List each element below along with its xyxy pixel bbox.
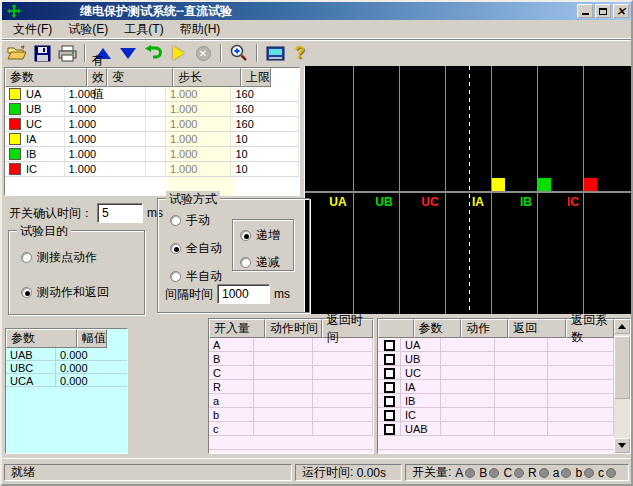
table-row[interactable]: UA 1.000 1.000 160: [5, 87, 299, 102]
table-row[interactable]: IB 1.000 1.000 10: [5, 147, 299, 162]
test-mode-radio[interactable]: 全自动: [170, 240, 230, 257]
phase-color-swatch: [9, 118, 21, 130]
table-row[interactable]: UA: [378, 338, 614, 352]
direction-radio[interactable]: 递减: [240, 254, 293, 271]
limit-cell[interactable]: 160: [231, 87, 299, 101]
menu-item[interactable]: 试验(E): [61, 19, 115, 40]
table-row[interactable]: UBC 0.000: [6, 361, 127, 374]
value-cell[interactable]: 1.000: [65, 132, 146, 146]
table-row[interactable]: UAB: [378, 422, 614, 436]
menu-item[interactable]: 工具(T): [117, 19, 170, 40]
table-row[interactable]: R: [209, 380, 373, 394]
value-cell[interactable]: 1.000: [65, 147, 146, 161]
menu-item[interactable]: 文件(F): [6, 19, 59, 40]
row-checkbox[interactable]: [384, 354, 395, 365]
scroll-down-button[interactable]: [614, 438, 630, 453]
table-row[interactable]: IA: [378, 380, 614, 394]
value-cell[interactable]: 1.000: [65, 162, 146, 176]
table-row[interactable]: B: [209, 352, 373, 366]
vertical-scrollbar[interactable]: [614, 319, 630, 453]
column-header[interactable]: 参数: [5, 68, 87, 87]
limit-cell[interactable]: 160: [231, 102, 299, 116]
variable-cell[interactable]: [146, 117, 166, 131]
value-cell[interactable]: 1.000: [65, 102, 146, 116]
column-header[interactable]: 幅值: [77, 329, 107, 348]
table-row[interactable]: IC: [378, 408, 614, 422]
column-header[interactable]: 有效值: [87, 68, 107, 87]
row-checkbox[interactable]: [384, 424, 395, 435]
close-button[interactable]: ×: [613, 4, 629, 18]
arrow-down-icon: [618, 443, 626, 448]
table-row[interactable]: IC 1.000 1.000 10: [5, 162, 299, 177]
column-header[interactable]: 返回: [508, 319, 566, 338]
save-button[interactable]: [31, 43, 53, 64]
variable-cell[interactable]: [146, 87, 166, 101]
value-cell[interactable]: 1.000: [65, 117, 146, 131]
limit-cell[interactable]: 10: [231, 147, 299, 161]
test-purpose-radio[interactable]: 测动作和返回: [21, 284, 144, 301]
table-row[interactable]: UAB 0.000: [6, 348, 127, 361]
interval-input[interactable]: 1000: [217, 284, 270, 304]
table-row[interactable]: UCA 0.000: [6, 374, 127, 387]
test-purpose-radio[interactable]: 测接点动作: [21, 249, 144, 266]
step-down-button[interactable]: [117, 43, 139, 64]
test-mode-radio[interactable]: 手动: [170, 212, 230, 229]
variable-cell[interactable]: [146, 102, 166, 116]
help-button[interactable]: ?: [289, 43, 311, 64]
table-row[interactable]: IB: [378, 394, 614, 408]
radio-icon: [240, 257, 251, 268]
table-row[interactable]: b: [209, 408, 373, 422]
column-header[interactable]: 返回系数: [566, 319, 614, 338]
table-row[interactable]: c: [209, 422, 373, 436]
row-checkbox[interactable]: [384, 396, 395, 407]
test-mode-radio[interactable]: 半自动: [170, 268, 230, 285]
scroll-up-button[interactable]: [614, 319, 630, 334]
table-row[interactable]: A: [209, 338, 373, 352]
variable-cell[interactable]: [146, 162, 166, 176]
column-header[interactable]: 开入量: [209, 319, 265, 338]
value-cell[interactable]: 1.000: [65, 87, 146, 101]
maximize-button[interactable]: [595, 4, 611, 18]
column-header[interactable]: 返回时间: [322, 319, 373, 338]
minimize-button[interactable]: [577, 4, 593, 18]
table-row[interactable]: UC: [378, 366, 614, 380]
column-header[interactable]: [378, 319, 414, 338]
direction-radio[interactable]: 递增: [240, 227, 293, 244]
column-header[interactable]: 动作: [461, 319, 508, 338]
print-button[interactable]: [56, 43, 78, 64]
start-test-button[interactable]: [167, 43, 189, 64]
column-header[interactable]: 动作时间: [265, 319, 322, 338]
column-header[interactable]: 上限: [241, 68, 271, 87]
row-checkbox[interactable]: [384, 410, 395, 421]
zoom-button[interactable]: [228, 43, 250, 64]
stop-test-button[interactable]: ✕: [192, 43, 214, 64]
value-marker: [538, 178, 551, 191]
table-row[interactable]: IA 1.000 1.000 10: [5, 132, 299, 147]
variable-cell[interactable]: [146, 132, 166, 146]
table-row[interactable]: C: [209, 366, 373, 380]
variable-cell[interactable]: [146, 147, 166, 161]
titlebar[interactable]: 继电保护测试系统--直流试验 ×: [2, 2, 631, 20]
table-row[interactable]: a: [209, 394, 373, 408]
limit-cell[interactable]: 10: [231, 132, 299, 146]
limit-cell[interactable]: 10: [231, 162, 299, 176]
scroll-thumb[interactable]: [614, 336, 630, 399]
stop-test-icon: ✕: [196, 46, 211, 61]
column-header[interactable]: 步长: [173, 68, 241, 87]
column-header[interactable]: 参数: [414, 319, 462, 338]
table-row[interactable]: UB 1.000 1.000 160: [5, 102, 299, 117]
menu-item[interactable]: 帮助(H): [173, 19, 228, 40]
calculator-button[interactable]: [264, 43, 286, 64]
row-checkbox[interactable]: [384, 368, 395, 379]
table-row[interactable]: UB: [378, 352, 614, 366]
undo-button[interactable]: [142, 43, 164, 64]
table-row[interactable]: UC 1.000 1.000 160: [5, 117, 299, 132]
confirm-time-input[interactable]: 5: [97, 203, 143, 223]
row-checkbox[interactable]: [384, 340, 395, 351]
row-checkbox[interactable]: [384, 382, 395, 393]
switch-state-dot: [489, 468, 499, 478]
column-header[interactable]: 参数: [6, 329, 77, 348]
column-header[interactable]: 变: [107, 68, 173, 87]
open-file-button[interactable]: [6, 43, 28, 64]
limit-cell[interactable]: 160: [231, 117, 299, 131]
